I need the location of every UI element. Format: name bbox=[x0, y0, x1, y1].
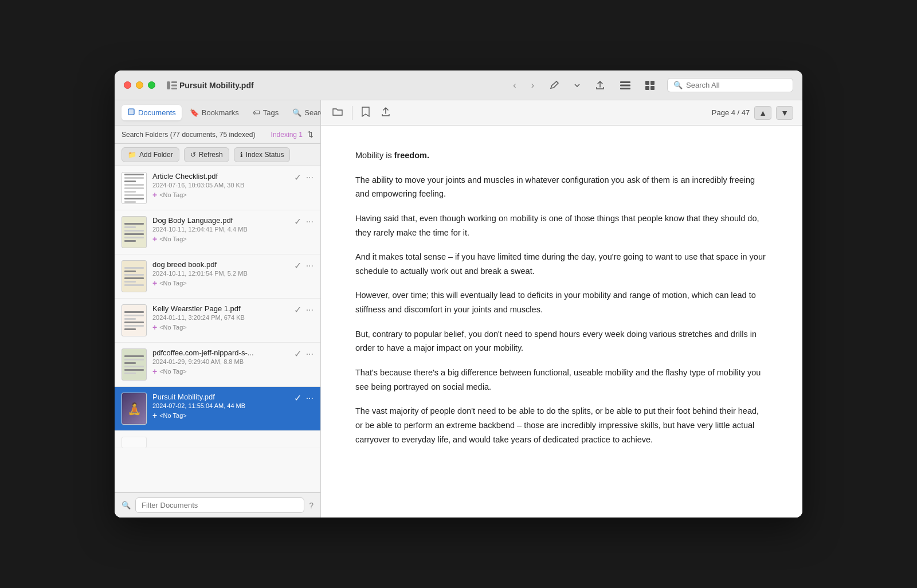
list-item[interactable]: dog breed book.pdf 2024-10-11, 12:01:54 … bbox=[115, 254, 320, 299]
list-item[interactable] bbox=[115, 431, 320, 448]
svg-rect-0 bbox=[167, 81, 170, 89]
sidebar-toggle-button[interactable] bbox=[164, 79, 179, 92]
toolbar-divider bbox=[352, 106, 352, 120]
more-options-icon[interactable]: ··· bbox=[306, 217, 313, 227]
list-item[interactable]: Article Checklist.pdf 2024-07-16, 10:03:… bbox=[115, 166, 320, 210]
pdf-toolbar: Page 4 / 47 ▲ ▼ bbox=[321, 100, 802, 126]
tag-add-icon[interactable]: + bbox=[152, 367, 157, 375]
doc-actions: ✓ ··· bbox=[294, 393, 313, 403]
traffic-lights bbox=[124, 81, 155, 89]
thumbnail-view-button[interactable] bbox=[643, 79, 657, 92]
tab-documents-label: Documents bbox=[138, 108, 176, 117]
doc-tag: <No Tag> bbox=[159, 280, 187, 287]
refresh-button[interactable]: ↺ Refresh bbox=[184, 147, 229, 162]
folder-open-button[interactable] bbox=[330, 105, 345, 121]
pdf-paragraph-8: The vast majority of people don't need t… bbox=[355, 404, 768, 446]
tab-bar: Documents 🔖 Bookmarks 🏷 Tags 🔍 Search 📥 … bbox=[115, 100, 320, 126]
more-options-icon[interactable]: ··· bbox=[306, 349, 313, 359]
svg-rect-6 bbox=[620, 88, 630, 89]
doc-info: Pursuit Mobility.pdf 2024-07-02, 11:55:0… bbox=[152, 393, 288, 420]
more-options-icon[interactable]: ··· bbox=[306, 305, 313, 315]
check-icon: ✓ bbox=[294, 260, 301, 271]
page-info-text: Page 4 / 47 bbox=[712, 108, 750, 117]
refresh-label: Refresh bbox=[199, 151, 223, 159]
svg-rect-5 bbox=[620, 84, 630, 86]
doc-thumbnail bbox=[122, 304, 147, 336]
list-item[interactable]: Dog Body Language.pdf 2024-10-11, 12:04:… bbox=[115, 210, 320, 254]
tab-tags[interactable]: 🏷 Tags bbox=[247, 105, 284, 120]
tab-bookmarks[interactable]: 🔖 Bookmarks bbox=[184, 105, 245, 120]
back-button[interactable]: ‹ bbox=[511, 78, 518, 93]
annotate-dropdown-button[interactable] bbox=[572, 81, 582, 89]
doc-name: dog breed book.pdf bbox=[152, 260, 288, 269]
list-item[interactable]: pdfcoffee.com-jeff-nippard-s-... 2024-01… bbox=[115, 343, 320, 387]
tags-icon: 🏷 bbox=[253, 108, 260, 117]
add-folder-icon: 📁 bbox=[128, 151, 136, 159]
check-icon: ✓ bbox=[294, 304, 301, 315]
list-item[interactable]: Kelly Wearstler Page 1.pdf 2024-01-11, 3… bbox=[115, 299, 320, 343]
add-folder-button[interactable]: 📁 Add Folder bbox=[122, 147, 179, 162]
doc-meta: 2024-07-16, 10:03:05 AM, 30 KB bbox=[152, 182, 288, 189]
doc-name: Dog Body Language.pdf bbox=[152, 216, 288, 225]
list-item[interactable]: 🧘 Pursuit Mobility.pdf 2024-07-02, 11:55… bbox=[115, 387, 320, 431]
doc-meta: 2024-10-11, 12:04:41 PM, 4.4 MB bbox=[152, 226, 288, 233]
sort-icon[interactable]: ⇅ bbox=[307, 130, 313, 139]
indexing-badge: Indexing 1 bbox=[271, 131, 303, 139]
filter-help-icon[interactable]: ? bbox=[309, 501, 313, 510]
svg-rect-2 bbox=[171, 84, 177, 86]
tab-tags-label: Tags bbox=[263, 108, 279, 117]
export-button[interactable] bbox=[379, 104, 393, 121]
tag-add-icon[interactable]: + bbox=[152, 191, 157, 199]
doc-actions: ✓ ··· bbox=[294, 348, 313, 359]
window-title: Pursuit Mobility.pdf bbox=[179, 81, 254, 90]
documents-icon bbox=[127, 108, 135, 117]
check-icon: ✓ bbox=[294, 172, 301, 183]
more-options-icon[interactable]: ··· bbox=[306, 173, 313, 183]
forward-button[interactable]: › bbox=[529, 78, 536, 93]
pdf-paragraph-2: The ability to move your joints and musc… bbox=[355, 173, 768, 201]
doc-actions: ✓ ··· bbox=[294, 216, 313, 227]
list-view-button[interactable] bbox=[618, 79, 633, 92]
bookmark-button[interactable] bbox=[359, 104, 372, 121]
svg-rect-1 bbox=[171, 81, 177, 83]
tag-add-icon[interactable]: + bbox=[152, 235, 157, 243]
doc-meta: 2024-10-11, 12:01:54 PM, 5.2 MB bbox=[152, 270, 288, 277]
filter-input[interactable] bbox=[135, 497, 304, 513]
tag-add-icon[interactable]: + bbox=[152, 279, 157, 287]
doc-meta: 2024-07-02, 11:55:04 AM, 44 MB bbox=[152, 402, 288, 409]
doc-thumbnail bbox=[122, 348, 147, 381]
page-prev-button[interactable]: ▲ bbox=[754, 106, 771, 120]
document-list: Article Checklist.pdf 2024-07-16, 10:03:… bbox=[115, 166, 320, 492]
close-button[interactable] bbox=[124, 81, 131, 89]
pdf-paragraph-7: That's because there's a big difference … bbox=[355, 366, 768, 394]
tab-bookmarks-label: Bookmarks bbox=[202, 108, 239, 117]
maximize-button[interactable] bbox=[148, 81, 155, 89]
annotate-button[interactable] bbox=[547, 78, 562, 93]
tab-documents[interactable]: Documents bbox=[122, 105, 182, 120]
doc-meta: 2024-01-29, 9:29:40 AM, 8.8 MB bbox=[152, 358, 288, 365]
doc-info: dog breed book.pdf 2024-10-11, 12:01:54 … bbox=[152, 260, 288, 287]
doc-tag-row: + <No Tag> bbox=[152, 235, 288, 243]
doc-tag: <No Tag> bbox=[159, 236, 187, 242]
index-status-button[interactable]: ℹ Index Status bbox=[234, 147, 291, 162]
index-status-label: Index Status bbox=[246, 151, 284, 159]
page-info: Page 4 / 47 ▲ ▼ bbox=[712, 106, 793, 120]
svg-rect-7 bbox=[645, 81, 649, 85]
search-all-icon: 🔍 bbox=[673, 81, 683, 89]
tag-add-icon[interactable]: + bbox=[152, 323, 157, 331]
doc-thumbnail bbox=[122, 260, 147, 292]
refresh-icon: ↺ bbox=[190, 151, 196, 159]
doc-actions: ✓ ··· bbox=[294, 304, 313, 315]
more-options-icon[interactable]: ··· bbox=[306, 393, 313, 403]
svg-rect-3 bbox=[171, 88, 177, 89]
search-all-input[interactable] bbox=[686, 81, 787, 89]
search-tab-icon: 🔍 bbox=[292, 108, 301, 117]
share-button[interactable] bbox=[593, 78, 608, 93]
more-options-icon[interactable]: ··· bbox=[306, 261, 313, 271]
minimize-button[interactable] bbox=[136, 81, 143, 89]
tag-add-icon[interactable]: + bbox=[152, 411, 157, 420]
app-window: Pursuit Mobility.pdf ‹ › bbox=[115, 70, 802, 518]
page-next-button[interactable]: ▼ bbox=[776, 106, 793, 120]
filter-bar: 🔍 ? bbox=[115, 492, 320, 518]
check-icon: ✓ bbox=[294, 348, 301, 359]
